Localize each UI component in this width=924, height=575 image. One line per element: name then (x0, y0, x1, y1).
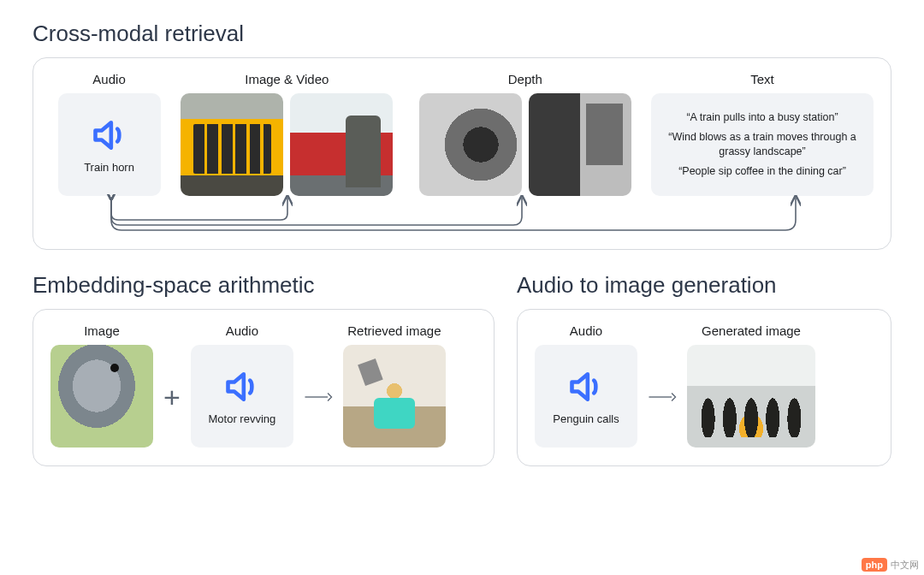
label-depth: Depth (508, 72, 542, 86)
label-image-video: Image & Video (245, 72, 329, 86)
text-quote-3: “People sip coffee in the dining car” (661, 164, 863, 179)
text-tile: “A train pulls into a busy station” “Win… (651, 93, 874, 196)
arrow-to-generated (643, 346, 682, 448)
label-esa-image: Image (84, 323, 120, 338)
section-title-embedding: Embedding-space arithmetic (33, 272, 495, 299)
label-ati-audio: Audio (570, 323, 602, 338)
label-text: Text (750, 72, 774, 86)
audio-caption: Train horn (84, 161, 134, 174)
image-red-train (290, 93, 393, 196)
arrow-right-icon (643, 388, 682, 406)
watermark: php 中文网 (862, 558, 919, 572)
section-title-cross-modal: Cross-modal retrieval (33, 21, 891, 47)
speaker-icon (223, 368, 261, 406)
panel-cross-modal: Audio Train horn Image & Video Depth (33, 57, 891, 250)
label-ati-generated: Generated image (702, 323, 801, 338)
audio-caption-penguin: Penguin calls (553, 412, 619, 425)
speaker-icon (567, 368, 605, 406)
depth-image-crossing (419, 93, 522, 196)
panel-audio-to-image: Audio Penguin calls Generated i (517, 309, 891, 466)
audio-caption-motor: Motor revving (208, 412, 275, 425)
label-esa-retrieved: Retrieved image (347, 323, 441, 338)
image-scooter (343, 345, 446, 448)
speaker-icon (91, 116, 128, 154)
bidirectional-arrows (60, 194, 864, 232)
label-audio: Audio (92, 72, 125, 86)
image-penguins (687, 345, 815, 448)
section-title-audio-to-image: Audio to image generation (517, 272, 891, 299)
panel-embedding: Image + Audio Motor revving (33, 309, 495, 466)
label-esa-audio: Audio (226, 323, 258, 338)
audio-tile-train-horn: Train horn (58, 93, 161, 196)
plus-operator: + (158, 346, 186, 448)
arrow-right-icon (299, 388, 338, 406)
audio-tile-penguin: Penguin calls (535, 345, 637, 448)
depth-image-train (529, 93, 631, 196)
arrow-to-retrieved (299, 346, 338, 448)
audio-tile-motor: Motor revving (191, 345, 293, 448)
text-quote-2: “Wind blows as a train moves through a g… (661, 130, 863, 159)
watermark-label: 中文网 (891, 559, 919, 572)
watermark-badge: php (862, 558, 887, 572)
text-quote-1: “A train pulls into a busy station” (661, 110, 863, 125)
image-pigeon (50, 345, 153, 448)
image-yellow-train (181, 93, 283, 196)
